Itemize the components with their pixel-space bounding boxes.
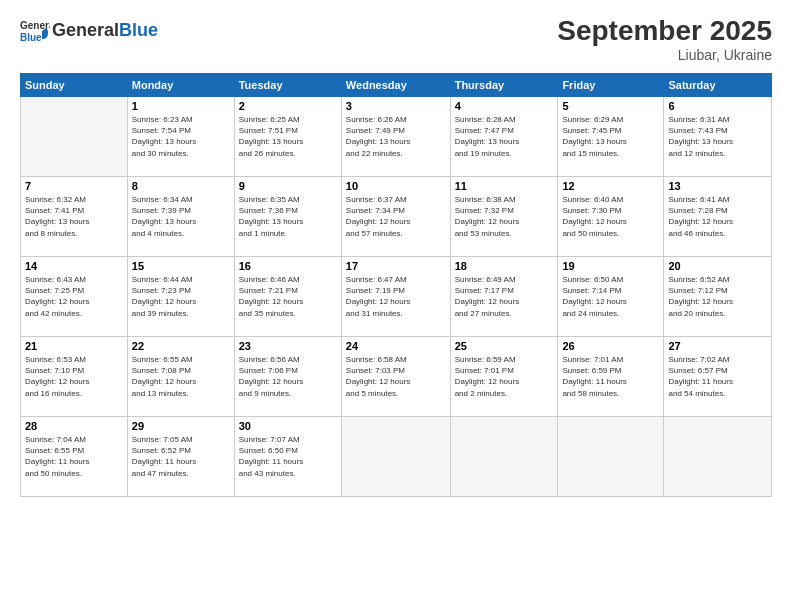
calendar-cell <box>450 417 558 497</box>
day-number: 15 <box>132 260 230 272</box>
day-info: Sunrise: 6:44 AM Sunset: 7:23 PM Dayligh… <box>132 274 230 319</box>
day-info: Sunrise: 6:25 AM Sunset: 7:51 PM Dayligh… <box>239 114 337 159</box>
title-block: September 2025 Liubar, Ukraine <box>557 15 772 63</box>
calendar-cell: 10Sunrise: 6:37 AM Sunset: 7:34 PM Dayli… <box>341 177 450 257</box>
day-number: 24 <box>346 340 446 352</box>
svg-text:Blue: Blue <box>20 32 42 43</box>
day-info: Sunrise: 6:37 AM Sunset: 7:34 PM Dayligh… <box>346 194 446 239</box>
calendar-day-header: Tuesday <box>234 74 341 97</box>
day-number: 1 <box>132 100 230 112</box>
day-info: Sunrise: 6:58 AM Sunset: 7:03 PM Dayligh… <box>346 354 446 399</box>
calendar-table: SundayMondayTuesdayWednesdayThursdayFrid… <box>20 73 772 497</box>
calendar-cell: 12Sunrise: 6:40 AM Sunset: 7:30 PM Dayli… <box>558 177 664 257</box>
calendar-day-header: Wednesday <box>341 74 450 97</box>
calendar-day-header: Friday <box>558 74 664 97</box>
day-number: 9 <box>239 180 337 192</box>
calendar-cell: 29Sunrise: 7:05 AM Sunset: 6:52 PM Dayli… <box>127 417 234 497</box>
day-number: 10 <box>346 180 446 192</box>
calendar-day-header: Monday <box>127 74 234 97</box>
calendar-cell: 18Sunrise: 6:49 AM Sunset: 7:17 PM Dayli… <box>450 257 558 337</box>
day-number: 29 <box>132 420 230 432</box>
calendar-cell: 16Sunrise: 6:46 AM Sunset: 7:21 PM Dayli… <box>234 257 341 337</box>
day-number: 4 <box>455 100 554 112</box>
day-info: Sunrise: 6:47 AM Sunset: 7:19 PM Dayligh… <box>346 274 446 319</box>
day-info: Sunrise: 6:38 AM Sunset: 7:32 PM Dayligh… <box>455 194 554 239</box>
calendar-cell <box>664 417 772 497</box>
calendar-cell: 14Sunrise: 6:43 AM Sunset: 7:25 PM Dayli… <box>21 257 128 337</box>
calendar-cell: 27Sunrise: 7:02 AM Sunset: 6:57 PM Dayli… <box>664 337 772 417</box>
day-number: 2 <box>239 100 337 112</box>
calendar-cell <box>558 417 664 497</box>
day-number: 27 <box>668 340 767 352</box>
calendar-cell: 13Sunrise: 6:41 AM Sunset: 7:28 PM Dayli… <box>664 177 772 257</box>
day-number: 6 <box>668 100 767 112</box>
day-number: 28 <box>25 420 123 432</box>
day-info: Sunrise: 6:26 AM Sunset: 7:49 PM Dayligh… <box>346 114 446 159</box>
day-info: Sunrise: 6:34 AM Sunset: 7:39 PM Dayligh… <box>132 194 230 239</box>
day-info: Sunrise: 6:53 AM Sunset: 7:10 PM Dayligh… <box>25 354 123 399</box>
calendar-cell: 6Sunrise: 6:31 AM Sunset: 7:43 PM Daylig… <box>664 97 772 177</box>
day-info: Sunrise: 6:32 AM Sunset: 7:41 PM Dayligh… <box>25 194 123 239</box>
calendar-week-row: 7Sunrise: 6:32 AM Sunset: 7:41 PM Daylig… <box>21 177 772 257</box>
calendar-header-row: SundayMondayTuesdayWednesdayThursdayFrid… <box>21 74 772 97</box>
calendar-cell: 1Sunrise: 6:23 AM Sunset: 7:54 PM Daylig… <box>127 97 234 177</box>
day-info: Sunrise: 6:28 AM Sunset: 7:47 PM Dayligh… <box>455 114 554 159</box>
day-number: 22 <box>132 340 230 352</box>
calendar-cell: 3Sunrise: 6:26 AM Sunset: 7:49 PM Daylig… <box>341 97 450 177</box>
calendar-week-row: 14Sunrise: 6:43 AM Sunset: 7:25 PM Dayli… <box>21 257 772 337</box>
day-info: Sunrise: 7:05 AM Sunset: 6:52 PM Dayligh… <box>132 434 230 479</box>
calendar-cell: 2Sunrise: 6:25 AM Sunset: 7:51 PM Daylig… <box>234 97 341 177</box>
day-number: 13 <box>668 180 767 192</box>
calendar-week-row: 1Sunrise: 6:23 AM Sunset: 7:54 PM Daylig… <box>21 97 772 177</box>
calendar-cell: 22Sunrise: 6:55 AM Sunset: 7:08 PM Dayli… <box>127 337 234 417</box>
day-number: 14 <box>25 260 123 272</box>
day-number: 26 <box>562 340 659 352</box>
logo: General Blue GeneralBlue <box>20 15 158 45</box>
calendar-cell: 4Sunrise: 6:28 AM Sunset: 7:47 PM Daylig… <box>450 97 558 177</box>
calendar-day-header: Thursday <box>450 74 558 97</box>
calendar-cell: 9Sunrise: 6:35 AM Sunset: 7:36 PM Daylig… <box>234 177 341 257</box>
day-number: 17 <box>346 260 446 272</box>
calendar-cell: 20Sunrise: 6:52 AM Sunset: 7:12 PM Dayli… <box>664 257 772 337</box>
calendar-cell: 21Sunrise: 6:53 AM Sunset: 7:10 PM Dayli… <box>21 337 128 417</box>
calendar-cell: 28Sunrise: 7:04 AM Sunset: 6:55 PM Dayli… <box>21 417 128 497</box>
day-info: Sunrise: 6:56 AM Sunset: 7:06 PM Dayligh… <box>239 354 337 399</box>
calendar-cell <box>21 97 128 177</box>
calendar-cell: 23Sunrise: 6:56 AM Sunset: 7:06 PM Dayli… <box>234 337 341 417</box>
calendar-week-row: 28Sunrise: 7:04 AM Sunset: 6:55 PM Dayli… <box>21 417 772 497</box>
day-number: 23 <box>239 340 337 352</box>
calendar-cell: 30Sunrise: 7:07 AM Sunset: 6:50 PM Dayli… <box>234 417 341 497</box>
day-info: Sunrise: 6:40 AM Sunset: 7:30 PM Dayligh… <box>562 194 659 239</box>
day-info: Sunrise: 6:41 AM Sunset: 7:28 PM Dayligh… <box>668 194 767 239</box>
day-number: 30 <box>239 420 337 432</box>
calendar-cell: 5Sunrise: 6:29 AM Sunset: 7:45 PM Daylig… <box>558 97 664 177</box>
location-subtitle: Liubar, Ukraine <box>557 47 772 63</box>
logo-blue-text: Blue <box>119 20 158 40</box>
day-info: Sunrise: 6:43 AM Sunset: 7:25 PM Dayligh… <box>25 274 123 319</box>
calendar-cell <box>341 417 450 497</box>
day-number: 18 <box>455 260 554 272</box>
day-info: Sunrise: 7:04 AM Sunset: 6:55 PM Dayligh… <box>25 434 123 479</box>
day-number: 21 <box>25 340 123 352</box>
day-number: 7 <box>25 180 123 192</box>
calendar-day-header: Sunday <box>21 74 128 97</box>
calendar-cell: 8Sunrise: 6:34 AM Sunset: 7:39 PM Daylig… <box>127 177 234 257</box>
calendar-cell: 26Sunrise: 7:01 AM Sunset: 6:59 PM Dayli… <box>558 337 664 417</box>
day-number: 12 <box>562 180 659 192</box>
day-number: 5 <box>562 100 659 112</box>
calendar-cell: 11Sunrise: 6:38 AM Sunset: 7:32 PM Dayli… <box>450 177 558 257</box>
day-info: Sunrise: 6:55 AM Sunset: 7:08 PM Dayligh… <box>132 354 230 399</box>
day-info: Sunrise: 7:07 AM Sunset: 6:50 PM Dayligh… <box>239 434 337 479</box>
day-number: 19 <box>562 260 659 272</box>
calendar-cell: 7Sunrise: 6:32 AM Sunset: 7:41 PM Daylig… <box>21 177 128 257</box>
page-header: General Blue GeneralBlue September 2025 … <box>20 15 772 63</box>
day-number: 20 <box>668 260 767 272</box>
calendar-cell: 17Sunrise: 6:47 AM Sunset: 7:19 PM Dayli… <box>341 257 450 337</box>
calendar-day-header: Saturday <box>664 74 772 97</box>
calendar-cell: 24Sunrise: 6:58 AM Sunset: 7:03 PM Dayli… <box>341 337 450 417</box>
day-number: 3 <box>346 100 446 112</box>
day-info: Sunrise: 6:31 AM Sunset: 7:43 PM Dayligh… <box>668 114 767 159</box>
day-info: Sunrise: 6:35 AM Sunset: 7:36 PM Dayligh… <box>239 194 337 239</box>
day-info: Sunrise: 6:23 AM Sunset: 7:54 PM Dayligh… <box>132 114 230 159</box>
calendar-cell: 15Sunrise: 6:44 AM Sunset: 7:23 PM Dayli… <box>127 257 234 337</box>
